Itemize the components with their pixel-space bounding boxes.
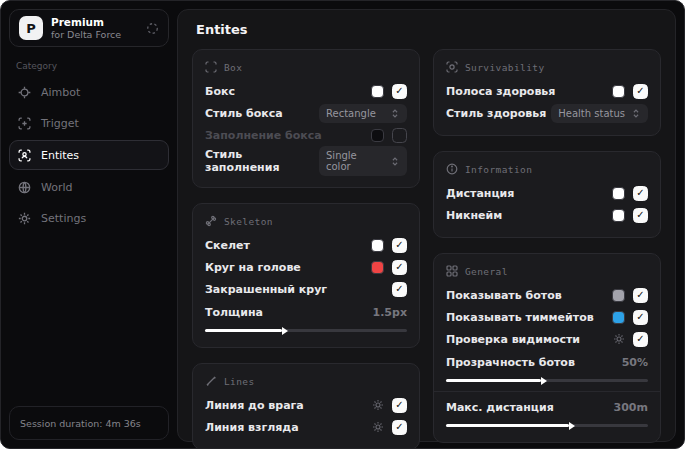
setting-label: Скелет — [205, 239, 250, 252]
brand-title: Premium — [51, 16, 121, 29]
setting-row: Закрашенный круг — [205, 278, 407, 300]
dropdown-value: Single color — [326, 150, 384, 172]
chevron-up-down-icon — [631, 108, 641, 119]
sidebar-item-settings[interactable]: Settings — [9, 204, 169, 232]
checkbox[interactable] — [392, 128, 407, 143]
gear-icon[interactable] — [372, 421, 384, 433]
color-swatch[interactable] — [612, 187, 625, 200]
left-column: Box Бокс Стиль бокса Rectangle — [192, 49, 420, 449]
section-title: General — [465, 266, 508, 277]
divider — [434, 391, 660, 392]
setting-label: Стиль бокса — [205, 107, 283, 120]
lines-section: Lines Линия до врага — [192, 363, 420, 449]
color-swatch[interactable] — [612, 209, 625, 222]
session-duration: Session duration: 4m 36s — [9, 406, 169, 440]
dropdown-value: Rectangle — [326, 108, 376, 119]
session-duration-text: Session duration: 4m 36s — [20, 418, 141, 429]
box-section: Box Бокс Стиль бокса Rectangle — [192, 49, 420, 188]
setting-row: Линия взгляда — [205, 416, 407, 438]
sidebar-item-world[interactable]: World — [9, 173, 169, 201]
checkbox[interactable] — [392, 398, 407, 413]
category-label: Category — [16, 61, 169, 71]
setting-label: Показывать ботов — [446, 289, 562, 302]
color-swatch[interactable] — [612, 85, 625, 98]
survivability-section: Survivability Полоса здоровья Стиль здор… — [433, 49, 661, 136]
world-icon — [18, 181, 31, 194]
sidebar-item-label: Entites — [41, 149, 79, 162]
slider-thumb[interactable] — [282, 327, 288, 335]
setting-label: Полоса здоровья — [446, 85, 555, 98]
checkbox[interactable] — [392, 260, 407, 275]
checkbox[interactable] — [633, 310, 648, 325]
slider-thumb[interactable] — [569, 422, 575, 430]
box-icon — [205, 61, 217, 73]
setting-row: Проверка видимости — [446, 328, 648, 350]
page-title: Entites — [196, 22, 661, 37]
checkbox[interactable] — [392, 238, 407, 253]
setting-label: Заполнение бокса — [205, 129, 322, 142]
slider-fill — [446, 424, 569, 427]
bot-opacity-slider[interactable] — [446, 379, 648, 382]
color-swatch[interactable] — [612, 311, 625, 324]
content-columns: Box Бокс Стиль бокса Rectangle — [192, 49, 661, 449]
aimbot-icon — [18, 86, 31, 99]
fill-style-dropdown[interactable]: Single color — [319, 146, 407, 176]
sidebar-item-label: World — [41, 181, 73, 194]
color-swatch[interactable] — [371, 85, 384, 98]
app-window: P Premium for Delta Force Category Aimbo… — [0, 0, 685, 449]
checkbox[interactable] — [392, 282, 407, 297]
max-distance-slider[interactable] — [446, 424, 648, 427]
section-title: Information — [465, 164, 532, 175]
setting-label: Показывать тиммейтов — [446, 311, 594, 324]
checkbox[interactable] — [392, 420, 407, 435]
thickness-slider[interactable] — [205, 329, 407, 332]
information-section: Information Дистанция Никнейм — [433, 151, 661, 238]
color-swatch[interactable] — [612, 289, 625, 302]
slider-value: 1.5px — [373, 306, 407, 319]
color-swatch[interactable] — [371, 261, 384, 274]
chevron-up-down-icon — [390, 156, 400, 167]
brand-card: P Premium for Delta Force — [9, 9, 169, 47]
setting-row: Показывать тиммейтов — [446, 306, 648, 328]
setting-label: Линия до врага — [205, 399, 304, 412]
sidebar: P Premium for Delta Force Category Aimbo… — [1, 1, 177, 448]
sidebar-item-entites[interactable]: Entites — [9, 140, 169, 170]
setting-label: Никнейм — [446, 209, 502, 222]
setting-row: Линия до врага — [205, 394, 407, 416]
color-swatch[interactable] — [371, 129, 384, 142]
setting-label: Стиль заполнения — [205, 148, 319, 174]
max-distance-slider-block: Макс. дистанция 300m — [446, 397, 648, 427]
setting-row: Стиль заполнения Single color — [205, 146, 407, 176]
line-icon — [205, 375, 217, 387]
gear-icon[interactable] — [372, 399, 384, 411]
section-title: Lines — [224, 376, 255, 387]
checkbox[interactable] — [633, 288, 648, 303]
setting-row: Показывать ботов — [446, 284, 648, 306]
right-column: Survivability Полоса здоровья Стиль здор… — [433, 49, 661, 443]
setting-row: Стиль бокса Rectangle — [205, 102, 407, 124]
color-swatch[interactable] — [371, 239, 384, 252]
checkbox[interactable] — [633, 84, 648, 99]
setting-label: Бокс — [205, 85, 235, 98]
sidebar-item-label: Settings — [41, 212, 86, 225]
checkbox[interactable] — [633, 186, 648, 201]
setting-row: Стиль здоровья Health status — [446, 102, 648, 124]
checkbox[interactable] — [633, 208, 648, 223]
sidebar-item-aimbot[interactable]: Aimbot — [9, 78, 169, 106]
setting-label: Толщина — [205, 306, 263, 319]
slider-thumb[interactable] — [541, 377, 547, 385]
lines-section-header: Lines — [205, 375, 407, 387]
gear-icon[interactable] — [613, 333, 625, 345]
chevron-up-down-icon — [390, 108, 400, 119]
setting-row: Заполнение бокса — [205, 124, 407, 146]
box-style-dropdown[interactable]: Rectangle — [319, 104, 407, 123]
checkbox[interactable] — [392, 84, 407, 99]
setting-row: Полоса здоровья — [446, 80, 648, 102]
slider-value: 50% — [622, 356, 648, 369]
setting-label: Прозрачность ботов — [446, 356, 575, 369]
checkbox[interactable] — [633, 332, 648, 347]
sidebar-item-trigget[interactable]: Trigget — [9, 109, 169, 137]
setting-row: Дистанция — [446, 182, 648, 204]
setting-row: Скелет — [205, 234, 407, 256]
health-style-dropdown[interactable]: Health status — [551, 104, 648, 123]
